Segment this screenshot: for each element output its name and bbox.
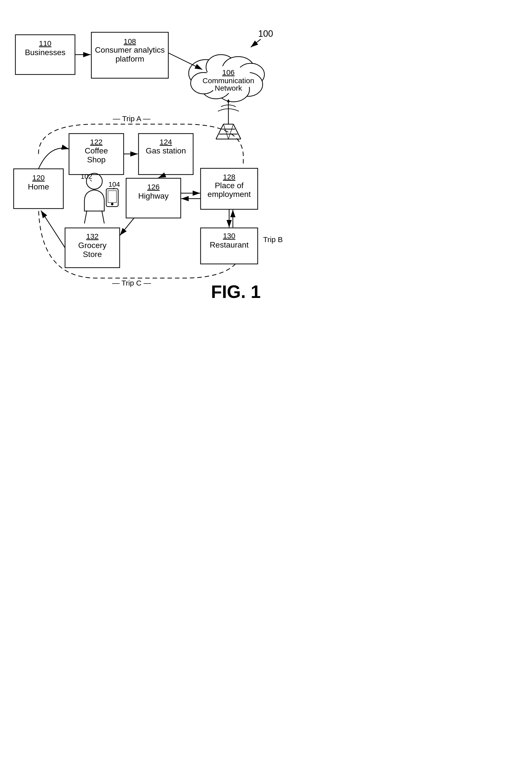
ref-100: 100	[258, 28, 273, 39]
grocery-label1: Grocery	[78, 241, 107, 250]
svg-point-20	[227, 100, 230, 103]
gas-label1: Gas station	[146, 146, 186, 155]
cap-label2: platform	[116, 54, 144, 63]
svg-line-22	[102, 211, 104, 223]
arrow-grocery-home	[41, 211, 65, 248]
network-label1: Communication	[203, 76, 254, 85]
businesses-id: 110	[39, 39, 51, 47]
highway-label: Highway	[138, 191, 169, 200]
diagram-svg: 110 Businesses 108 Consumer analytics pl…	[0, 0, 532, 760]
person-id-label: 102	[81, 172, 92, 180]
trip-a-label: — Trip A —	[113, 115, 150, 123]
home-id: 120	[32, 173, 45, 182]
home-label: Home	[28, 182, 49, 191]
svg-line-21	[84, 211, 87, 223]
trip-b-label: Trip B	[263, 235, 283, 244]
arrow-highway-grocery	[120, 218, 134, 235]
person-body	[84, 190, 104, 211]
coffee-label2: Shop	[87, 155, 106, 164]
cap-id: 108	[123, 37, 136, 45]
gas-id: 124	[160, 138, 172, 146]
device-id-label: 104	[109, 180, 120, 188]
coffee-label1: Coffee	[85, 146, 108, 155]
grocery-id: 132	[86, 232, 99, 240]
employment-label1: Place of	[215, 181, 244, 190]
cap-label1: Consumer analytics	[95, 45, 165, 54]
ref-100-arrow	[251, 39, 261, 47]
arrow-gas-highway	[158, 174, 166, 178]
network-id: 106	[222, 68, 235, 76]
svg-line-16	[216, 124, 223, 139]
svg-line-19	[228, 124, 233, 139]
employment-label2: employment	[208, 190, 251, 199]
svg-line-17	[233, 124, 241, 139]
coffee-id: 122	[90, 138, 103, 146]
arrow-home-coffee	[38, 148, 69, 169]
grocery-label2: Store	[83, 250, 102, 259]
trip-c-label: — Trip C —	[112, 279, 151, 287]
diagram: 110 Businesses 108 Consumer analytics pl…	[0, 0, 532, 760]
fig-label: FIG. 1	[211, 282, 261, 302]
businesses-label: Businesses	[25, 48, 66, 57]
highway-id: 126	[147, 183, 160, 191]
restaurant-label: Restaurant	[210, 240, 249, 249]
restaurant-id: 130	[223, 232, 235, 240]
network-label2: Network	[215, 84, 242, 92]
svg-point-25	[111, 203, 114, 205]
employment-id: 128	[223, 173, 235, 181]
